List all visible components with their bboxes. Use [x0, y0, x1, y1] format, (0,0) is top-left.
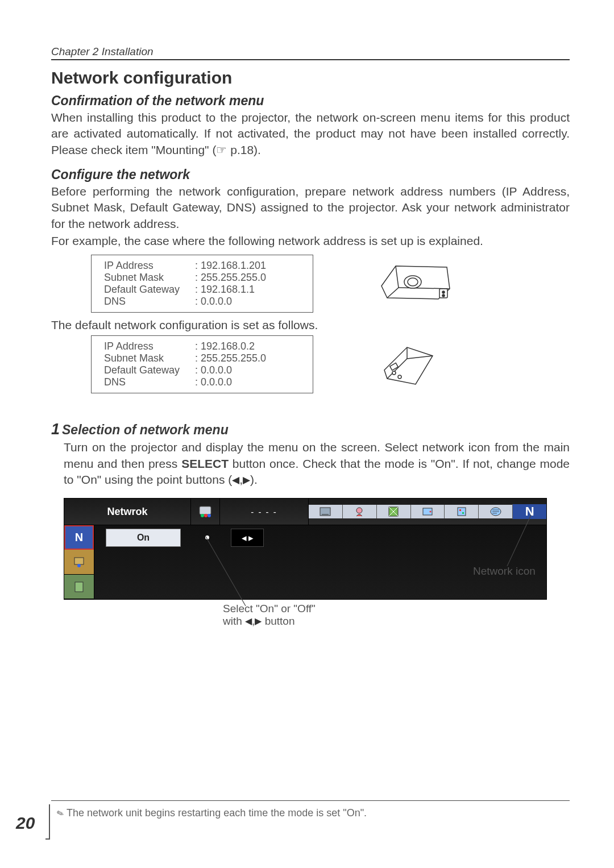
svg-point-10 — [204, 514, 208, 517]
osd-source-icon — [190, 499, 219, 525]
left-arrow-icon: ◀ — [232, 474, 239, 487]
svg-rect-8 — [200, 506, 211, 514]
svg-rect-19 — [462, 512, 464, 514]
osd-network-icon: N — [512, 504, 546, 519]
svg-point-6 — [398, 375, 401, 379]
osd-leader-dot — [205, 535, 209, 539]
dns-value: 0.0.0.0 — [195, 296, 232, 308]
osd-image-icon — [342, 505, 376, 518]
subsection-confirmation: Confirmation of the network menu — [51, 93, 570, 109]
page-corner-mark — [45, 804, 50, 840]
svg-rect-23 — [75, 582, 83, 592]
svg-point-13 — [356, 508, 362, 513]
osd-left-item-2-icon — [64, 550, 94, 575]
svg-rect-18 — [459, 509, 461, 511]
svg-point-3 — [442, 291, 445, 293]
gw-label: Default Gateway — [104, 284, 195, 296]
example-network-table: IP Address192.168.1.201 Subnet Mask255.2… — [91, 255, 313, 313]
svg-point-4 — [442, 294, 445, 297]
footnote: ✎The network unit begins restarting each… — [57, 807, 367, 819]
dns-value: 0.0.0.0 — [195, 376, 232, 388]
annotation-network-icon: Network icon — [473, 565, 536, 578]
step1-heading: 1Selection of network menu — [51, 421, 570, 438]
configure-text-1: Before performing the network configurat… — [51, 184, 570, 232]
right-arrow-icon: ▶ — [255, 616, 262, 626]
default-config-lead: The default network configuration is set… — [51, 318, 570, 332]
osd-setting-icon — [444, 505, 478, 518]
osd-info-icon — [478, 505, 512, 518]
osd-menu-title: Netwrok — [64, 499, 190, 525]
annotation-select-on-off: Select "On" or "Off" with ◀,▶ button — [223, 603, 316, 628]
section-title: Network configuration — [51, 68, 570, 88]
right-arrow-icon: ▶ — [243, 474, 250, 487]
configure-text-2: For example, the case where the followin… — [51, 233, 570, 249]
chapter-header: Chapter 2 Installation — [51, 45, 570, 60]
dns-label: DNS — [104, 296, 195, 308]
osd-left-right-arrows: ◂▸ — [231, 529, 264, 547]
osd-menu-screenshot: Netwrok - - - - N N On — [64, 498, 547, 600]
ip-label: IP Address — [104, 340, 195, 352]
osd-dashes: - - - - — [219, 499, 308, 525]
gw-label: Default Gateway — [104, 364, 195, 376]
left-arrow-icon: ◀ — [245, 616, 252, 626]
dns-label: DNS — [104, 376, 195, 388]
mask-label: Subnet Mask — [104, 272, 195, 284]
osd-icon-row: N — [308, 499, 546, 525]
svg-point-1 — [408, 278, 418, 286]
footer-rule — [51, 800, 570, 801]
network-unit-illustration — [376, 339, 438, 390]
osd-sound-icon — [410, 505, 445, 518]
mask-label: Subnet Mask — [104, 352, 195, 364]
ip-label: IP Address — [104, 260, 195, 272]
confirmation-text: When installing this product to the proj… — [51, 110, 570, 158]
osd-menu-body: N On ◂▸ — [64, 525, 547, 600]
ip-value: 192.168.0.2 — [195, 340, 255, 352]
svg-point-22 — [77, 564, 81, 567]
osd-left-network-icon: N — [64, 525, 94, 550]
svg-rect-21 — [74, 558, 84, 564]
osd-menu-bar: Netwrok - - - - N — [64, 498, 547, 525]
osd-left-item-3-icon — [64, 575, 94, 600]
mask-value: 255.255.255.0 — [195, 272, 266, 284]
osd-pcadj-icon — [309, 505, 342, 518]
svg-point-5 — [392, 371, 396, 375]
svg-point-9 — [201, 514, 204, 517]
page-number: 20 — [16, 813, 35, 833]
svg-point-11 — [208, 514, 211, 517]
step1-body: Turn on the projector and display the me… — [64, 439, 570, 488]
svg-rect-17 — [458, 508, 466, 516]
default-network-table: IP Address192.168.0.2 Subnet Mask255.255… — [91, 335, 313, 393]
ip-value: 192.168.1.201 — [195, 260, 266, 272]
projector-front-illustration — [376, 255, 455, 306]
gw-value: 192.168.1.1 — [195, 284, 255, 296]
pencil-icon: ✎ — [55, 807, 65, 819]
osd-screen-icon — [376, 505, 410, 518]
gw-value: 0.0.0.0 — [195, 364, 232, 376]
svg-point-16 — [430, 511, 432, 513]
subsection-configure: Configure the network — [51, 167, 570, 182]
step-number: 1 — [51, 421, 60, 438]
mask-value: 255.255.255.0 — [195, 352, 266, 364]
osd-mode-value: On — [106, 529, 181, 547]
